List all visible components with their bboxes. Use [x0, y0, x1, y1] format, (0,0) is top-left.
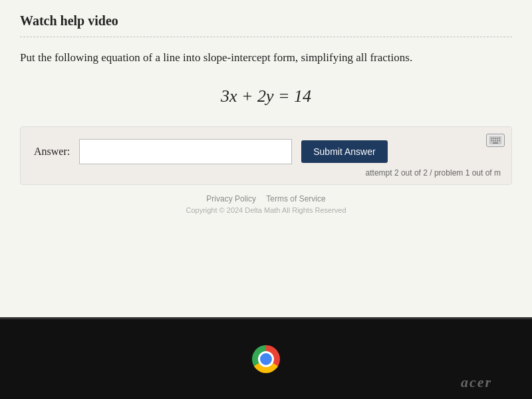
equation-display: 3x + 2y = 14	[20, 86, 512, 106]
svg-rect-8	[495, 140, 496, 141]
svg-rect-10	[499, 140, 500, 141]
privacy-policy-link[interactable]: Privacy Policy	[206, 194, 256, 203]
attempt-count: attempt 2 out of 2 / problem 1 out of m	[366, 168, 501, 178]
answer-row: Answer: Submit Answer	[34, 139, 498, 164]
svg-rect-3	[495, 138, 496, 139]
divider	[20, 37, 512, 37]
keyboard-icon[interactable]	[486, 134, 505, 147]
svg-rect-9	[497, 140, 498, 141]
svg-rect-7	[493, 140, 494, 141]
copyright-text: Copyright © 2024 Delta Math All Rights R…	[20, 206, 512, 214]
answer-label: Answer:	[34, 146, 70, 158]
problem-instructions: Put the following equation of a line int…	[20, 49, 512, 66]
submit-answer-button[interactable]: Submit Answer	[301, 140, 387, 163]
svg-rect-11	[493, 142, 498, 144]
terms-of-service-link[interactable]: Terms of Service	[266, 194, 325, 203]
taskbar: acer	[0, 319, 532, 399]
keyboard-svg	[489, 136, 501, 144]
svg-rect-5	[499, 138, 500, 139]
svg-rect-2	[493, 138, 494, 139]
answer-input[interactable]	[79, 139, 292, 164]
acer-logo: acer	[461, 374, 492, 391]
equation-text: 3x + 2y = 14	[221, 86, 311, 106]
chrome-icon[interactable]	[252, 345, 280, 373]
footer: Privacy Policy Terms of Service Copyrigh…	[20, 194, 512, 214]
svg-rect-4	[497, 138, 498, 139]
answer-section: Answer: Submit Answer attempt 2 out of 2…	[20, 126, 512, 185]
svg-rect-1	[491, 138, 492, 139]
svg-rect-6	[491, 140, 492, 141]
watch-video-link[interactable]: Watch help video	[20, 13, 118, 29]
